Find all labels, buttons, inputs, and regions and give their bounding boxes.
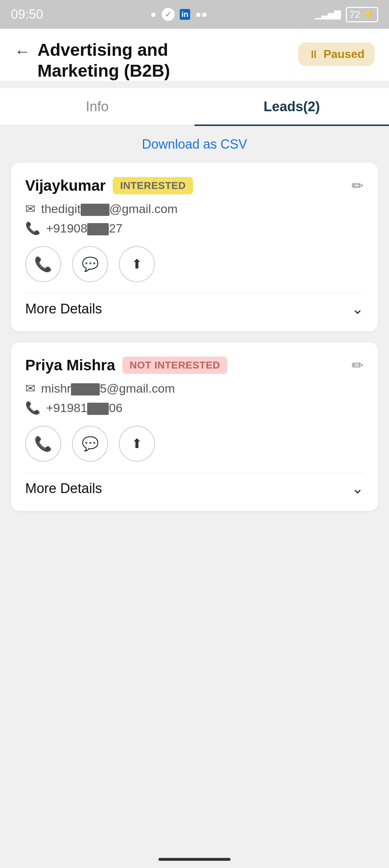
tab-leads[interactable]: Leads(2) — [194, 88, 389, 125]
lead-card-1: Vijaykumar INTERESTED ✏ ✉ thedigit@gmail… — [11, 163, 378, 331]
lead-1-call-button[interactable]: 📞 — [25, 246, 61, 282]
tabs-container: Info Leads(2) — [0, 88, 389, 126]
lead-2-whatsapp-button[interactable]: 💬 — [72, 426, 108, 462]
lead-2-name: Priya Mishra — [25, 357, 115, 374]
download-csv-button[interactable]: Download as CSV — [142, 137, 247, 152]
wifi-icon: ● — [151, 9, 157, 20]
lead-1-share-button[interactable]: ⬆ — [119, 246, 155, 282]
status-icons: ● ✓ in ●● — [151, 8, 207, 21]
lead-2-more-details-label: More Details — [25, 481, 102, 496]
lead-1-chevron-icon: ⌄ — [352, 300, 364, 317]
paused-badge: ⏸ Paused — [298, 42, 375, 66]
signal-icon: ▁▃▅▇ — [315, 9, 341, 19]
lead-card-2: Priya Mishra NOT INTERESTED ✏ ✉ mishr5@g… — [11, 342, 378, 511]
lead-2-chevron-icon: ⌄ — [352, 480, 364, 497]
call-icon-1: 📞 — [34, 256, 52, 273]
linkedin-icon: in — [180, 9, 191, 20]
lead-2-share-button[interactable]: ⬆ — [119, 426, 155, 462]
lead-2-edit-button[interactable]: ✏ — [352, 357, 364, 374]
lead-1-name-status: Vijaykumar INTERESTED — [25, 177, 193, 194]
call-icon-2: 📞 — [34, 435, 52, 452]
back-button[interactable]: ← — [14, 42, 30, 60]
status-time: 09:50 — [11, 7, 43, 22]
phone-icon-1: 📞 — [25, 221, 40, 235]
lead-1-phone: 📞 +9190827 — [25, 221, 364, 235]
email-icon-2: ✉ — [25, 381, 35, 395]
status-right: ▁▃▅▇ 72 ⚡ — [315, 7, 378, 22]
lead-1-edit-button[interactable]: ✏ — [352, 177, 364, 194]
tab-info[interactable]: Info — [0, 88, 194, 125]
lead-1-more-details[interactable]: More Details ⌄ — [25, 293, 364, 317]
lead-1-more-details-label: More Details — [25, 301, 102, 317]
page-title: Advertising andMarketing (B2B) — [37, 40, 170, 81]
lead-2-phone: 📞 +9198106 — [25, 401, 364, 415]
content-area: Download as CSV Vijaykumar INTERESTED ✏ … — [0, 126, 389, 533]
lead-1-email: ✉ thedigit@gmail.com — [25, 202, 364, 216]
phone-icon-2: 📞 — [25, 401, 40, 415]
lead-1-name: Vijaykumar — [25, 177, 106, 194]
email-icon-1: ✉ — [25, 202, 35, 216]
battery-indicator: 72 ⚡ — [346, 7, 378, 22]
share-icon-2: ⬆ — [131, 436, 142, 451]
lead-1-email-text: thedigit@gmail.com — [41, 202, 178, 216]
lead-card-1-header: Vijaykumar INTERESTED ✏ — [25, 177, 364, 194]
download-csv-section: Download as CSV — [11, 137, 378, 152]
page-header: ← Advertising andMarketing (B2B) ⏸ Pause… — [0, 29, 389, 81]
lead-2-name-status: Priya Mishra NOT INTERESTED — [25, 357, 227, 374]
lead-2-email-text: mishr5@gmail.com — [41, 381, 175, 395]
shield-icon: ✓ — [162, 8, 175, 21]
dots-icon: ●● — [195, 9, 207, 20]
share-icon-1: ⬆ — [131, 257, 142, 272]
lead-2-email: ✉ mishr5@gmail.com — [25, 381, 364, 395]
whatsapp-icon-2: 💬 — [82, 436, 99, 452]
paused-label: Paused — [323, 48, 365, 61]
header-left: ← Advertising andMarketing (B2B) — [14, 40, 170, 81]
home-indicator — [158, 858, 231, 861]
lead-card-2-header: Priya Mishra NOT INTERESTED ✏ — [25, 357, 364, 374]
lead-1-status-badge: INTERESTED — [113, 177, 193, 194]
lead-2-more-details[interactable]: More Details ⌄ — [25, 473, 364, 497]
lead-2-status-badge: NOT INTERESTED — [122, 357, 227, 374]
paused-icon: ⏸ — [308, 48, 319, 60]
lead-2-phone-text: +9198106 — [46, 401, 122, 415]
lead-1-actions: 📞 💬 ⬆ — [25, 246, 364, 282]
lead-1-whatsapp-button[interactable]: 💬 — [72, 246, 108, 282]
lead-1-phone-text: +9190827 — [46, 221, 122, 235]
whatsapp-icon-1: 💬 — [82, 256, 99, 272]
lead-2-call-button[interactable]: 📞 — [25, 426, 61, 462]
status-bar: 09:50 ● ✓ in ●● ▁▃▅▇ 72 ⚡ — [0, 0, 389, 29]
lead-2-actions: 📞 💬 ⬆ — [25, 426, 364, 462]
